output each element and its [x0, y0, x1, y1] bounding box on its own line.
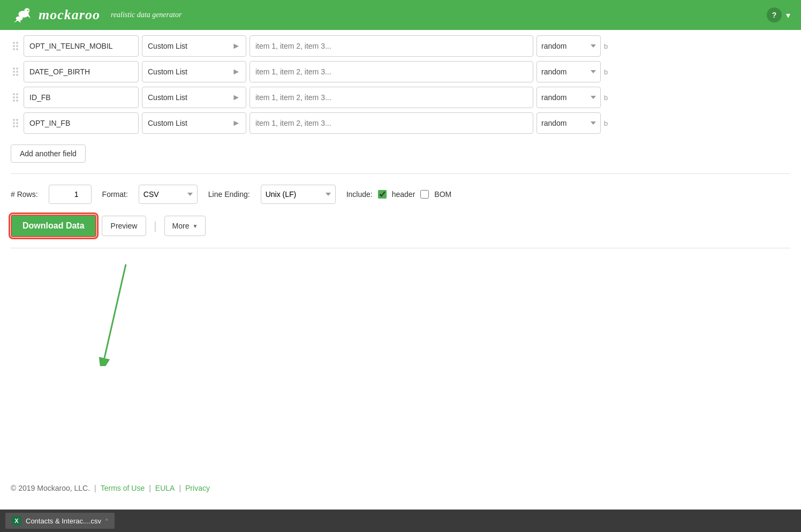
- field-order-select[interactable]: random sequential shuffle: [536, 35, 601, 57]
- footer-sep-3: |: [179, 484, 181, 492]
- download-data-button[interactable]: Download Data: [11, 215, 96, 237]
- include-group: Include: header BOM: [346, 190, 452, 199]
- field-name-input[interactable]: [24, 61, 139, 82]
- field-type-button[interactable]: Custom List ►: [142, 35, 246, 57]
- field-name-input[interactable]: [24, 87, 139, 108]
- field-items-input[interactable]: [250, 35, 533, 57]
- field-type-icon: ►: [232, 118, 240, 128]
- field-blank-label: b: [604, 112, 620, 134]
- drag-dots-icon: [13, 119, 18, 127]
- line-ending-label: Line Ending:: [208, 190, 250, 199]
- rows-input[interactable]: [49, 185, 92, 204]
- terms-link[interactable]: Terms of Use: [101, 484, 145, 492]
- field-order-select[interactable]: random sequential shuffle: [536, 112, 601, 134]
- drag-handle[interactable]: [11, 42, 20, 50]
- preview-button[interactable]: Preview: [102, 216, 147, 236]
- format-label: Format:: [102, 190, 128, 199]
- footer-sep-2: |: [149, 484, 151, 492]
- field-blank-label: b: [604, 61, 620, 82]
- field-type-button[interactable]: Custom List ►: [142, 87, 246, 108]
- field-order-select[interactable]: random sequential shuffle: [536, 61, 601, 82]
- kangaroo-logo-icon: [11, 6, 32, 24]
- field-blank-label: b: [604, 87, 620, 108]
- header-dropdown-icon[interactable]: ▾: [786, 10, 790, 20]
- format-select[interactable]: CSV JSON SQL Excel XML: [139, 185, 198, 204]
- field-type-label: Custom List: [148, 93, 187, 102]
- drag-dots-icon: [13, 67, 18, 76]
- arrow-annotation: [11, 259, 790, 366]
- include-label: Include:: [346, 190, 373, 199]
- field-type-icon: ►: [232, 67, 240, 77]
- field-name-input[interactable]: [24, 35, 139, 57]
- svg-line-5: [104, 264, 126, 358]
- options-row: # Rows: Format: CSV JSON SQL Excel XML L…: [11, 185, 790, 204]
- drag-handle[interactable]: [11, 93, 20, 102]
- drag-handle[interactable]: [11, 67, 20, 76]
- field-type-label: Custom List: [148, 42, 187, 50]
- app-header: mockaroo realistic data generator ? ▾: [0, 0, 801, 30]
- field-name-input[interactable]: [24, 112, 139, 134]
- logo-text: mockaroo: [39, 7, 100, 23]
- help-button[interactable]: ?: [767, 7, 782, 22]
- more-button[interactable]: More ▼: [164, 216, 206, 236]
- bom-checkbox[interactable]: [420, 190, 429, 199]
- field-type-button[interactable]: Custom List ►: [142, 61, 246, 82]
- field-items-input[interactable]: [250, 112, 533, 134]
- action-row: Download Data Preview | More ▼: [11, 215, 790, 237]
- more-dropdown-icon: ▼: [192, 223, 198, 229]
- footer: © 2019 Mockaroo, LLC. | Terms of Use | E…: [0, 473, 801, 503]
- divider-1: [11, 173, 790, 174]
- privacy-link[interactable]: Privacy: [185, 484, 210, 492]
- drag-handle[interactable]: [11, 119, 20, 127]
- field-items-input[interactable]: [250, 61, 533, 82]
- rows-label: # Rows:: [11, 190, 38, 199]
- field-type-label: Custom List: [148, 67, 187, 76]
- field-row: Custom List ► random sequential shuffle …: [11, 112, 790, 134]
- field-order-select[interactable]: random sequential shuffle: [536, 87, 601, 108]
- svg-point-3: [27, 10, 28, 11]
- field-blank-label: b: [604, 35, 620, 57]
- field-type-label: Custom List: [148, 119, 187, 127]
- header-checkbox[interactable]: [378, 190, 387, 199]
- field-row: Custom List ► random sequential shuffle …: [11, 61, 790, 82]
- footer-sep-1: |: [94, 484, 96, 492]
- more-label: More: [172, 222, 190, 230]
- header-right: ? ▾: [767, 7, 790, 22]
- eula-link[interactable]: EULA: [155, 484, 175, 492]
- field-type-icon: ►: [232, 41, 240, 51]
- drag-dots-icon: [13, 42, 18, 50]
- field-row: Custom List ► random sequential shuffle …: [11, 87, 790, 108]
- header-checkbox-label: header: [392, 190, 415, 199]
- add-field-button[interactable]: Add another field: [11, 145, 86, 163]
- field-type-button[interactable]: Custom List ►: [142, 112, 246, 134]
- main-content: Custom List ► random sequential shuffle …: [0, 30, 801, 473]
- fields-container: Custom List ► random sequential shuffle …: [11, 35, 790, 134]
- field-type-icon: ►: [232, 93, 240, 102]
- copyright-text: © 2019 Mockaroo, LLC.: [11, 484, 90, 492]
- bom-checkbox-label: BOM: [434, 190, 451, 199]
- field-items-input[interactable]: [250, 87, 533, 108]
- header-left: mockaroo realistic data generator: [11, 6, 182, 24]
- divider-2: [11, 248, 790, 248]
- drag-dots-icon: [13, 93, 18, 102]
- button-separator: |: [154, 220, 156, 232]
- field-row: Custom List ► random sequential shuffle …: [11, 35, 790, 57]
- line-ending-select[interactable]: Unix (LF) Windows (CRLF): [261, 185, 336, 204]
- green-arrow-icon: [94, 259, 158, 366]
- tagline-text: realistic data generator: [111, 11, 182, 19]
